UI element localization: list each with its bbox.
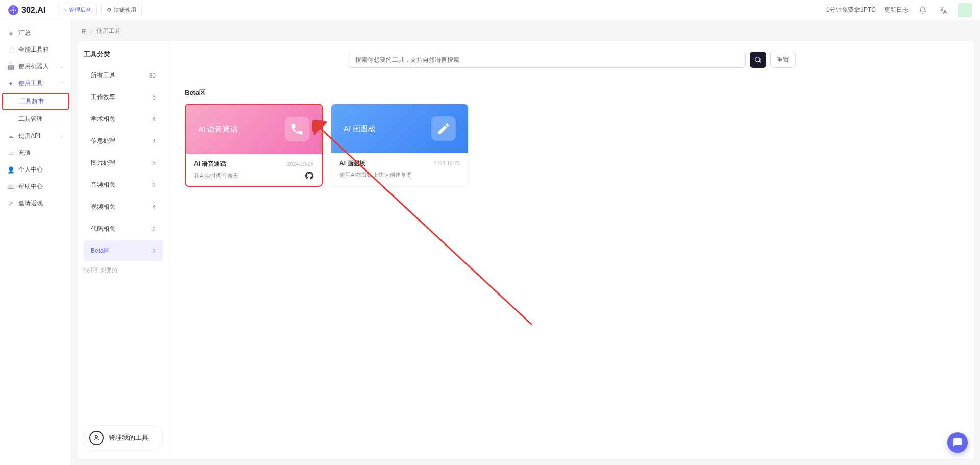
top-header: 302.AI ⌂ 管理后台 ⚙ 快捷使用 1分钟免费拿1PTC 更新日志 [0, 0, 980, 20]
category-item[interactable]: 图片处理5 [84, 153, 163, 174]
sidebar-item-toolbox[interactable]: ⬚ 全能工具箱 [0, 41, 71, 58]
svg-point-1 [13, 7, 14, 8]
sidebar-item-tools[interactable]: ✦ 使用工具 ⌃ [0, 75, 71, 92]
main-content: 重置 Beta区 AI 语音通话 AI 语音通话 2024-10-25 和AI实… [169, 41, 974, 459]
card-date: 2024-10-25 [434, 161, 460, 166]
not-found-link[interactable]: 找不到想要的 [84, 266, 163, 274]
category-item[interactable]: 代码相关2 [84, 218, 163, 239]
hero-title: AI 画图板 [344, 124, 376, 134]
svg-point-6 [755, 57, 760, 62]
user-icon: 👤 [7, 166, 14, 174]
admin-backend-button[interactable]: ⌂ 管理后台 [58, 4, 97, 16]
breadcrumb: ⊞ / 使用工具 [71, 20, 980, 41]
tool-card[interactable]: AI 语音通话 AI 语音通话 2024-10-25 和AI实时语音聊天 [185, 104, 323, 187]
card-hero: AI 画图板 [331, 104, 468, 153]
logo-icon [8, 5, 18, 15]
cloud-icon: ☁ [7, 133, 14, 140]
notification-icon[interactable] [917, 4, 929, 16]
changelog-link[interactable]: 更新日志 [884, 6, 909, 14]
chat-float-button[interactable] [947, 432, 968, 453]
chevron-down-icon: ⌄ [60, 64, 64, 69]
sidebar-subitem-market[interactable]: 工具超市 [2, 93, 69, 110]
promo-link[interactable]: 1分钟免费拿1PTC [826, 6, 876, 14]
card-desc: 和AI实时语音聊天 [194, 172, 238, 180]
category-item[interactable]: 学术相关4 [84, 109, 163, 130]
gear-icon: ⚙ [107, 7, 112, 13]
section-title: Beta区 [185, 88, 959, 97]
hero-title: AI 语音通话 [198, 125, 238, 134]
svg-point-5 [95, 435, 98, 438]
manage-tools-button[interactable]: 管理我的工具 [84, 425, 163, 451]
card-desc: 使用AI在白板上快速创建草图 [339, 171, 412, 179]
help-icon: 📖 [7, 183, 14, 190]
share-icon: ↗ [7, 200, 14, 207]
user-circle-icon [89, 431, 104, 445]
card-date: 2024-10-25 [287, 161, 313, 167]
breadcrumb-current: 使用工具 [96, 27, 121, 35]
hero-icon [431, 116, 456, 141]
sidebar-item-robot[interactable]: 🤖 使用机器人 ⌄ [0, 58, 71, 75]
tool-card[interactable]: AI 画图板 AI 画图板 2024-10-25 使用AI在白板上快速创建草图 [331, 104, 469, 187]
sidebar-item-help[interactable]: 📖 帮助中心 [0, 178, 71, 195]
avatar[interactable] [958, 3, 972, 17]
sidebar-subitem-manage[interactable]: 工具管理 [0, 111, 71, 128]
github-icon [305, 172, 313, 180]
search-input[interactable] [348, 52, 746, 68]
left-sidebar: ◈ 汇总 ⬚ 全能工具箱 🤖 使用机器人 ⌄ ✦ 使用工具 ⌃ 工具超市 工具管… [0, 20, 71, 465]
svg-line-7 [760, 61, 761, 63]
category-item[interactable]: 工作效率6 [84, 87, 163, 108]
card-icon: ▭ [7, 150, 14, 157]
sidebar-item-recharge[interactable]: ▭ 充值 [0, 144, 71, 161]
logo[interactable]: 302.AI [8, 5, 45, 15]
chevron-down-icon: ⌄ [60, 133, 64, 139]
category-item[interactable]: 音频相关3 [84, 175, 163, 195]
home-icon: ⌂ [63, 7, 67, 13]
category-item[interactable]: Beta区2 [84, 240, 163, 261]
sidebar-item-profile[interactable]: 👤 个人中心 [0, 161, 71, 178]
reset-button[interactable]: 重置 [770, 52, 796, 68]
svg-point-0 [12, 9, 14, 11]
quick-use-button[interactable]: ⚙ 快捷使用 [101, 4, 142, 16]
svg-point-4 [15, 9, 16, 10]
sidebar-item-summary[interactable]: ◈ 汇总 [0, 25, 71, 41]
sidebar-item-invite[interactable]: ↗ 邀请返现 [0, 195, 71, 212]
category-sidebar: 工具分类 所有工具30工作效率6学术相关4信息处理4图片处理5音频相关3视频相关… [78, 41, 169, 459]
box-icon: ⬚ [7, 46, 14, 54]
main-area: ⊞ / 使用工具 工具分类 所有工具30工作效率6学术相关4信息处理4图片处理5… [71, 20, 980, 465]
breadcrumb-icon: ⊞ [82, 28, 87, 35]
robot-icon: 🤖 [7, 63, 14, 70]
tool-icon: ✦ [7, 80, 14, 87]
category-item[interactable]: 所有工具30 [84, 65, 163, 86]
dashboard-icon: ◈ [7, 30, 14, 37]
svg-point-2 [13, 12, 14, 13]
search-icon [754, 56, 762, 63]
svg-point-3 [10, 9, 11, 10]
search-button[interactable] [750, 52, 766, 68]
hero-icon [285, 117, 309, 141]
category-item[interactable]: 信息处理4 [84, 131, 163, 152]
category-item[interactable]: 视频相关4 [84, 197, 163, 217]
category-title: 工具分类 [84, 50, 163, 59]
card-title: AI 语音通话 [194, 160, 226, 168]
chat-icon [952, 437, 963, 448]
language-icon[interactable] [937, 4, 949, 16]
chevron-up-icon: ⌃ [60, 81, 64, 86]
sidebar-item-api[interactable]: ☁ 使用API ⌄ [0, 128, 71, 144]
card-title: AI 画图板 [339, 159, 365, 168]
logo-text: 302.AI [21, 6, 45, 15]
card-hero: AI 语音通话 [186, 105, 322, 154]
